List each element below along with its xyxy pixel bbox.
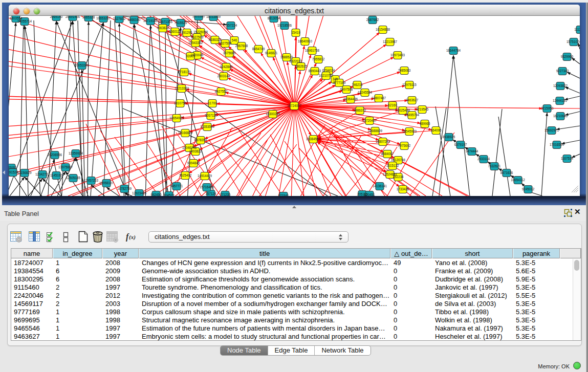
svg-text:18807249: 18807249 bbox=[376, 140, 390, 143]
svg-text:17957253: 17957253 bbox=[84, 179, 99, 182]
svg-text:7955812: 7955812 bbox=[312, 57, 325, 61]
svg-text:13975887: 13975887 bbox=[58, 165, 73, 169]
svg-text:10653287: 10653287 bbox=[96, 16, 111, 20]
svg-text:16210722: 16210722 bbox=[319, 74, 334, 77]
svg-text:7485083: 7485083 bbox=[398, 69, 411, 72]
svg-text:20691406: 20691406 bbox=[66, 16, 80, 18]
svg-text:18640910: 18640910 bbox=[298, 39, 313, 43]
svg-text:10654925: 10654925 bbox=[169, 116, 184, 120]
svg-text:7625402: 7625402 bbox=[179, 173, 192, 177]
svg-text:12975115: 12975115 bbox=[402, 83, 417, 86]
svg-text:2687682: 2687682 bbox=[366, 18, 379, 21]
svg-text:546: 546 bbox=[232, 38, 237, 42]
svg-text:9219545: 9219545 bbox=[416, 107, 429, 111]
svg-text:1615132: 1615132 bbox=[386, 164, 399, 167]
svg-text:1065328: 1065328 bbox=[82, 16, 95, 19]
svg-text:3675685: 3675685 bbox=[223, 51, 236, 55]
svg-text:6497508: 6497508 bbox=[340, 87, 353, 91]
svg-text:24055714: 24055714 bbox=[17, 19, 32, 23]
svg-text:8584067: 8584067 bbox=[381, 152, 394, 156]
svg-text:20364436: 20364436 bbox=[343, 97, 358, 101]
svg-text:6466160: 6466160 bbox=[128, 18, 141, 21]
svg-text:16671355: 16671355 bbox=[158, 20, 173, 24]
svg-text:10719185: 10719185 bbox=[143, 19, 158, 23]
svg-text:15720407: 15720407 bbox=[362, 119, 377, 122]
svg-text:9463627: 9463627 bbox=[406, 98, 419, 102]
svg-text:357124: 357124 bbox=[205, 192, 216, 195]
svg-text:9327508: 9327508 bbox=[219, 41, 232, 45]
svg-text:12444151: 12444151 bbox=[553, 99, 568, 102]
svg-text:891295: 891295 bbox=[181, 31, 192, 34]
svg-text:1810755: 1810755 bbox=[174, 101, 187, 105]
svg-text:164095: 164095 bbox=[430, 128, 442, 132]
svg-text:9242845: 9242845 bbox=[220, 65, 233, 69]
svg-text:16033809: 16033809 bbox=[206, 16, 221, 18]
svg-text:8878354: 8878354 bbox=[194, 138, 207, 142]
svg-text:2986372: 2986372 bbox=[354, 108, 366, 112]
svg-text:6379197: 6379197 bbox=[454, 143, 467, 146]
svg-text:10046746: 10046746 bbox=[182, 146, 197, 149]
svg-text:15751074: 15751074 bbox=[567, 40, 580, 43]
svg-text:1167534: 1167534 bbox=[561, 157, 574, 160]
svg-text:8990443: 8990443 bbox=[309, 69, 321, 73]
svg-text:18245534: 18245534 bbox=[358, 91, 373, 94]
svg-text:16644784: 16644784 bbox=[446, 49, 461, 52]
svg-text:1603380: 1603380 bbox=[192, 16, 205, 18]
svg-text:19384554: 19384554 bbox=[306, 137, 321, 141]
svg-text:992450: 992450 bbox=[150, 193, 162, 196]
svg-text:11353594: 11353594 bbox=[200, 125, 214, 128]
svg-text:7515525: 7515525 bbox=[175, 21, 187, 25]
svg-text:12505185: 12505185 bbox=[66, 176, 81, 180]
svg-text:8322013: 8322013 bbox=[290, 59, 302, 63]
svg-text:15419: 15419 bbox=[291, 31, 300, 34]
svg-text:391524: 391524 bbox=[9, 170, 18, 174]
svg-text:9227343: 9227343 bbox=[556, 69, 569, 73]
svg-text:2718170: 2718170 bbox=[178, 70, 191, 74]
svg-text:12359924: 12359924 bbox=[69, 151, 83, 155]
svg-text:104523: 104523 bbox=[163, 193, 175, 196]
svg-text:15495794: 15495794 bbox=[405, 113, 420, 117]
svg-text:7663822: 7663822 bbox=[157, 26, 169, 30]
svg-text:9329966: 9329966 bbox=[561, 55, 574, 58]
svg-text:10654112: 10654112 bbox=[511, 178, 525, 182]
svg-text:152234: 152234 bbox=[393, 175, 404, 179]
svg-text:14914479: 14914479 bbox=[198, 174, 212, 178]
svg-text:(x): (x) bbox=[129, 234, 136, 240]
svg-text:7975692: 7975692 bbox=[398, 144, 411, 147]
svg-text:1733426: 1733426 bbox=[397, 187, 409, 191]
svg-text:18300295: 18300295 bbox=[266, 112, 280, 116]
svg-text:3215953: 3215953 bbox=[541, 106, 554, 110]
svg-text:10973493: 10973493 bbox=[390, 53, 405, 57]
svg-text:1493822: 1493822 bbox=[189, 149, 202, 153]
svg-text:10807487: 10807487 bbox=[372, 96, 386, 100]
svg-text:9394845: 9394845 bbox=[187, 161, 200, 165]
svg-text:12342737: 12342737 bbox=[35, 172, 50, 176]
svg-text:1588520: 1588520 bbox=[280, 55, 293, 59]
svg-text:1145193: 1145193 bbox=[50, 173, 63, 177]
svg-text:9245012: 9245012 bbox=[522, 187, 535, 191]
svg-text:12923465: 12923465 bbox=[132, 191, 147, 195]
svg-text:18724007: 18724007 bbox=[287, 104, 302, 107]
svg-text:12213987: 12213987 bbox=[383, 40, 398, 43]
svg-text:10958107: 10958107 bbox=[99, 181, 114, 185]
svg-text:8471636: 8471636 bbox=[500, 171, 513, 174]
svg-text:10025438: 10025438 bbox=[396, 108, 410, 112]
svg-text:11156829: 11156829 bbox=[17, 171, 32, 174]
svg-text:20053346: 20053346 bbox=[75, 63, 90, 67]
svg-text:9474444: 9474444 bbox=[466, 149, 478, 153]
svg-text:20206556: 20206556 bbox=[48, 153, 62, 157]
svg-text:8186323: 8186323 bbox=[209, 38, 222, 41]
svg-text:345: 345 bbox=[333, 77, 338, 81]
svg-text:2069140: 2069140 bbox=[50, 16, 63, 18]
svg-text:16210643: 16210643 bbox=[553, 114, 568, 118]
svg-text:8454749: 8454749 bbox=[252, 47, 265, 51]
svg-text:93901: 93901 bbox=[186, 54, 195, 58]
svg-text:2803144: 2803144 bbox=[217, 74, 230, 78]
svg-text:9777169: 9777169 bbox=[333, 81, 346, 84]
svg-text:10688609: 10688609 bbox=[368, 129, 383, 133]
svg-text:16961758: 16961758 bbox=[305, 49, 320, 52]
svg-text:3267110: 3267110 bbox=[205, 114, 217, 117]
svg-text:15692971: 15692971 bbox=[545, 128, 559, 132]
svg-text:16120746: 16120746 bbox=[391, 158, 406, 162]
svg-text:2933114: 2933114 bbox=[477, 157, 490, 161]
